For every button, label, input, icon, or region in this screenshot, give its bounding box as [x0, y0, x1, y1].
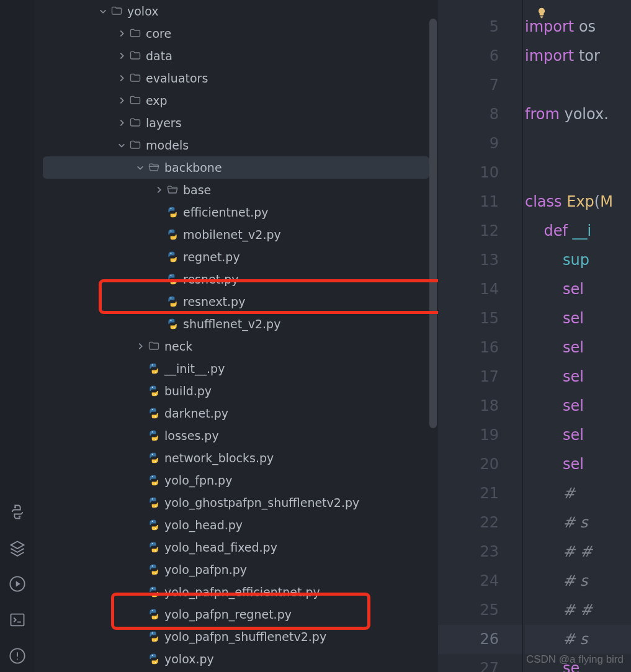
tree-item-label: layers [146, 116, 182, 130]
code-line[interactable]: # s [525, 625, 631, 654]
tree-item-network-blocks-py[interactable]: network_blocks.py [34, 447, 438, 469]
chevron-right-icon [133, 342, 147, 351]
svg-point-22 [152, 409, 153, 410]
line-number: 8 [438, 100, 522, 129]
folder-icon [128, 94, 142, 107]
layers-icon[interactable] [9, 539, 26, 557]
code-line[interactable]: sel [525, 333, 631, 362]
line-number: 21 [438, 479, 522, 508]
tree-item-darknet-py[interactable]: darknet.py [34, 402, 438, 424]
python-file-icon [147, 518, 161, 532]
svg-point-45 [155, 662, 156, 663]
tree-item-yolo-head-py[interactable]: yolo_head.py [34, 514, 438, 536]
line-number: 11 [438, 187, 522, 217]
svg-point-7 [174, 215, 175, 217]
tree-item-resnext-py[interactable]: resnext.py [34, 290, 438, 313]
svg-point-9 [174, 238, 175, 239]
code-line[interactable]: se [525, 654, 631, 672]
code-line[interactable]: # # [525, 596, 631, 625]
tree-item-label: data [146, 49, 172, 63]
tree-item-losses-py[interactable]: losses.py [34, 424, 438, 447]
chevron-right-icon [115, 29, 128, 38]
lightbulb-icon[interactable] [535, 0, 548, 29]
warning-icon[interactable] [9, 647, 26, 665]
python-file-icon [147, 585, 161, 599]
run-debug-icon[interactable] [9, 575, 26, 593]
code-line[interactable]: # [525, 479, 631, 508]
scrollbar-thumb[interactable] [429, 19, 437, 428]
code-line[interactable]: import tor [525, 42, 631, 71]
chevron-right-icon [115, 74, 128, 83]
code-line[interactable]: # s [525, 567, 631, 596]
tree-item-label: yolo_pafpn_shufflenetv2.py [164, 630, 326, 643]
tree-item-yolox[interactable]: yolox [34, 0, 438, 22]
tree-item-layers[interactable]: layers [34, 112, 438, 134]
tree-item-yolo-pafpn-shufflenetv2-py[interactable]: yolo_pafpn_shufflenetv2.py [34, 625, 438, 648]
tree-item-evaluators[interactable]: evaluators [34, 67, 438, 89]
chevron-down-icon [96, 7, 110, 16]
tree-item-backbone[interactable]: backbone [43, 156, 429, 179]
tree-item-yolo-pafpn-efficientnet-py[interactable]: yolo_pafpn_efficientnet.py [34, 581, 438, 603]
terminal-icon[interactable] [9, 611, 26, 629]
tree-item-models[interactable]: models [34, 134, 438, 156]
tree-item-resnet-py[interactable]: resnet.py [34, 268, 438, 290]
tree-item-label: resnet.py [183, 272, 239, 286]
line-number: 26 [438, 625, 522, 654]
folder-icon [147, 339, 161, 353]
chevron-right-icon [152, 186, 166, 194]
code-line[interactable]: # s [525, 508, 631, 537]
tree-item-build-py[interactable]: build.py [34, 380, 438, 402]
code-line[interactable]: sel [525, 450, 631, 479]
code-line[interactable]: sel [525, 392, 631, 421]
tree-item-yolo-fpn-py[interactable]: yolo_fpn.py [34, 469, 438, 491]
svg-point-17 [174, 327, 175, 328]
code-line[interactable]: from yolox. [525, 100, 631, 129]
tree-item-label: efficientnet.py [183, 205, 269, 219]
code-line[interactable]: def __i [525, 217, 631, 246]
tree-item-label: yolo_pafpn.py [164, 563, 247, 576]
code-editor[interactable]: 5678910111213141516171819202122232425262… [438, 0, 631, 672]
code-line[interactable]: class Exp(M [525, 187, 631, 217]
tree-item-yolo-pafpn-py[interactable]: yolo_pafpn.py [34, 558, 438, 581]
code-line[interactable] [525, 158, 631, 187]
svg-point-44 [152, 655, 153, 656]
tree-item-regnet-py[interactable]: regnet.py [34, 246, 438, 268]
tree-item-base[interactable]: base [34, 179, 438, 201]
code-line[interactable]: sel [525, 275, 631, 304]
python-icon[interactable] [9, 503, 26, 521]
tree-item-label: __init__.py [164, 362, 225, 375]
svg-point-15 [174, 305, 175, 306]
tree-item-shufflenet-v2-py[interactable]: shufflenet_v2.py [34, 313, 438, 335]
file-explorer: yoloxcoredataevaluatorsexplayersmodelsba… [34, 0, 438, 672]
svg-point-0 [14, 507, 15, 508]
code-line[interactable]: # # [525, 537, 631, 567]
chevron-right-icon [115, 96, 128, 105]
tree-item-yolox-py[interactable]: yolox.py [34, 648, 438, 670]
tree-item-exp[interactable]: exp [34, 89, 438, 112]
code-line[interactable] [525, 129, 631, 158]
python-file-icon [166, 228, 179, 241]
code-line[interactable]: sel [525, 421, 631, 450]
code-line[interactable] [525, 71, 631, 100]
tree-item-yolo-pafpn-regnet-py[interactable]: yolo_pafpn_regnet.py [34, 603, 438, 625]
svg-point-41 [155, 617, 156, 619]
code-area[interactable]: import osimport torfrom yolox.class Exp(… [522, 0, 631, 672]
code-line[interactable]: sel [525, 362, 631, 392]
code-line[interactable]: sup [525, 246, 631, 275]
tree-item--init-py[interactable]: __init__.py [34, 357, 438, 380]
line-number: 14 [438, 275, 522, 304]
tree-item-yolo-ghostpafpn-shufflenetv2-py[interactable]: yolo_ghostpafpn_shufflenetv2.py [34, 491, 438, 514]
tree-item-data[interactable]: data [34, 45, 438, 67]
tree-item-label: yolox [127, 4, 158, 18]
tree-item-efficientnet-py[interactable]: efficientnet.py [34, 201, 438, 223]
tree-item-mobilenet-v2-py[interactable]: mobilenet_v2.py [34, 223, 438, 246]
line-number: 23 [438, 537, 522, 567]
python-file-icon [147, 496, 161, 509]
tree-item-neck[interactable]: neck [34, 335, 438, 357]
code-line[interactable]: sel [525, 304, 631, 333]
tree-item-core[interactable]: core [34, 22, 438, 45]
folder-icon [128, 138, 142, 152]
tree-item-yolo-head-fixed-py[interactable]: yolo_head_fixed.py [34, 536, 438, 558]
tree-item-label: mobilenet_v2.py [183, 228, 281, 241]
line-number: 9 [438, 129, 522, 158]
